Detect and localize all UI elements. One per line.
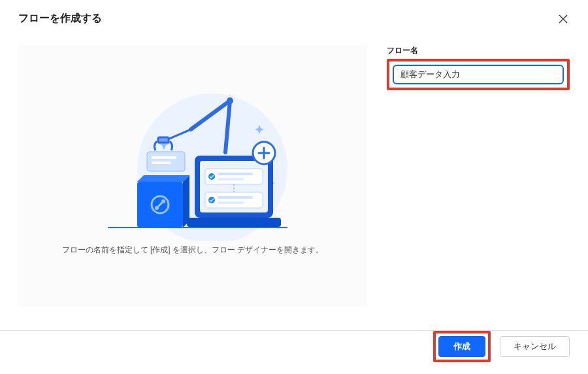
svg-point-7 [227,97,233,104]
dialog-footer: 作成 キャンセル [433,331,570,362]
close-icon[interactable] [557,12,570,26]
create-flow-dialog: フローを作成する [0,0,588,374]
create-button[interactable]: 作成 [438,336,485,357]
svg-rect-24 [218,173,253,175]
cancel-button[interactable]: キャンセル [500,336,570,357]
illustration-panel: フローの名前を指定して [作成] を選択し、フロー デザイナーを開きます。 [18,45,367,307]
svg-rect-8 [158,137,169,143]
flow-name-label: フロー名 [387,45,570,56]
svg-marker-13 [137,175,189,182]
svg-rect-29 [218,196,253,199]
flow-illustration [85,90,301,241]
illustration-caption: フローの名前を指定して [作成] を選択し、フロー デザイナーを開きます。 [62,245,324,256]
dialog-body: フローの名前を指定して [作成] を選択し、フロー デザイナーを開きます。 フロ… [0,26,588,307]
flow-name-highlight [387,59,570,90]
flow-name-input[interactable] [393,65,564,84]
svg-rect-11 [152,162,171,164]
form-panel: フロー名 [387,45,570,307]
svg-rect-25 [218,178,244,180]
create-button-highlight: 作成 [433,331,491,362]
dialog-title: フローを作成する [18,12,102,26]
svg-rect-10 [152,156,176,159]
svg-rect-30 [218,201,244,204]
dialog-header: フローを作成する [0,0,588,26]
svg-rect-21 [187,218,281,227]
